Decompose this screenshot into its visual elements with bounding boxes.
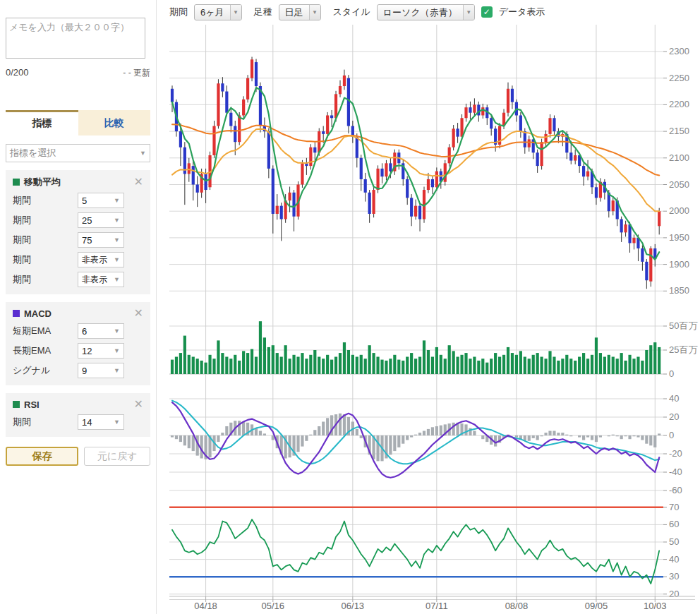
- caret-down-icon: ▼: [114, 419, 120, 426]
- param-label: 期間: [13, 253, 78, 266]
- data-display-checkbox[interactable]: ✓: [481, 6, 493, 18]
- section-moving-average: 移動平均 ✕ 期間 5▼ 期間 25▼ 期間 75▼ 期間 非表示▼ 期間 非表…: [6, 170, 150, 294]
- section-rsi: RSI ✕ 期間 14▼: [6, 393, 150, 437]
- checkbox-check-icon: ✓: [483, 7, 490, 17]
- svg-text:40: 40: [669, 393, 679, 404]
- svg-text:05/16: 05/16: [262, 601, 285, 611]
- svg-text:2250: 2250: [669, 73, 689, 83]
- svg-text:2300: 2300: [669, 46, 689, 56]
- svg-text:20: 20: [669, 589, 679, 599]
- svg-text:20: 20: [669, 411, 679, 422]
- macd-signal-select[interactable]: 9▼: [78, 363, 124, 378]
- param-label: 期間: [13, 273, 78, 286]
- ma-period-1-select[interactable]: 5▼: [78, 193, 124, 208]
- legend-square-icon: [13, 401, 20, 408]
- param-label: 短期EMA: [13, 325, 78, 337]
- chart-toolbar: 期間 6ヶ月 ▾ 足種 日足 ▾ スタイル ローソク（赤青） ▾ ✓ データ表示: [168, 0, 548, 23]
- svg-text:04/18: 04/18: [194, 601, 217, 611]
- sidebar: 0/200 - - 更新 指標 比較 指標を選択 ▼ 移動平均 ✕ 期間 5▼ …: [0, 0, 157, 614]
- close-icon[interactable]: ✕: [134, 399, 143, 410]
- svg-text:1950: 1950: [669, 232, 689, 243]
- indicator-select[interactable]: 指標を選択 ▼: [6, 144, 150, 162]
- svg-text:0: 0: [669, 368, 674, 379]
- svg-text:2000: 2000: [669, 205, 689, 216]
- legend-square-icon: [13, 310, 20, 317]
- macd-long-ema-select[interactable]: 12▼: [78, 343, 124, 359]
- close-icon[interactable]: ✕: [134, 308, 143, 319]
- rsi-period-select[interactable]: 14▼: [78, 414, 124, 430]
- svg-text:09/05: 09/05: [585, 601, 608, 611]
- style-dropdown[interactable]: ローソク（赤青） ▾: [377, 4, 475, 20]
- indicator-select-placeholder: 指標を選択: [10, 147, 56, 159]
- period-label: 期間: [169, 6, 188, 18]
- svg-text:25百万: 25百万: [669, 344, 697, 355]
- caret-down-icon: ▼: [114, 256, 120, 263]
- close-icon[interactable]: ✕: [134, 176, 143, 188]
- caret-down-icon[interactable]: ▾: [309, 5, 320, 20]
- ma-period-3-select[interactable]: 75▼: [78, 232, 124, 248]
- caret-down-icon: ▼: [140, 150, 146, 157]
- macd-short-ema-select[interactable]: 6▼: [78, 323, 124, 339]
- svg-text:50: 50: [669, 536, 679, 547]
- tab-compare[interactable]: 比較: [78, 110, 151, 136]
- bartype-value: 日足: [279, 5, 309, 20]
- caret-down-icon: ▼: [114, 276, 120, 283]
- svg-text:0: 0: [669, 430, 674, 440]
- caret-down-icon: ▼: [114, 347, 120, 354]
- style-value: ローソク（赤青）: [378, 5, 463, 20]
- svg-text:30: 30: [669, 571, 679, 582]
- svg-text:-20: -20: [669, 448, 682, 459]
- section-macd: MACD ✕ 短期EMA 6▼ 長期EMA 12▼ シグナル 9▼: [6, 302, 150, 385]
- svg-text:2050: 2050: [669, 179, 689, 190]
- ma-period-2-select[interactable]: 25▼: [78, 212, 124, 228]
- memo-box: [6, 18, 150, 61]
- ma-period-5-select[interactable]: 非表示▼: [78, 272, 124, 287]
- svg-text:08/08: 08/08: [505, 601, 529, 611]
- caret-down-icon: ▼: [114, 367, 120, 374]
- data-display-label: データ表示: [499, 6, 545, 18]
- section-title: 移動平均: [24, 176, 61, 188]
- reset-button[interactable]: 元に戻す: [84, 447, 150, 466]
- period-dropdown[interactable]: 6ヶ月 ▾: [194, 4, 242, 20]
- svg-text:06/13: 06/13: [342, 601, 365, 611]
- svg-text:-60: -60: [669, 485, 682, 495]
- svg-text:2100: 2100: [669, 152, 689, 163]
- param-label: 期間: [13, 416, 78, 428]
- svg-text:10/03: 10/03: [644, 601, 667, 611]
- bartype-dropdown[interactable]: 日足 ▾: [279, 4, 321, 20]
- param-label: 期間: [13, 234, 78, 246]
- caret-down-icon: ▼: [114, 197, 120, 204]
- caret-down-icon[interactable]: ▾: [463, 5, 474, 20]
- memo-input[interactable]: [6, 18, 145, 59]
- svg-text:07/11: 07/11: [426, 601, 448, 611]
- caret-down-icon[interactable]: ▾: [230, 5, 241, 20]
- bartype-label: 足種: [254, 6, 272, 18]
- param-label: 長期EMA: [13, 344, 78, 357]
- svg-text:50百万: 50百万: [669, 320, 697, 331]
- caret-down-icon: ▼: [114, 327, 120, 335]
- svg-text:60: 60: [669, 519, 679, 529]
- svg-text:40: 40: [669, 554, 679, 565]
- tab-indicators[interactable]: 指標: [6, 110, 78, 136]
- svg-text:70: 70: [669, 502, 679, 512]
- param-label: 期間: [13, 214, 78, 227]
- ma-period-4-select[interactable]: 非表示▼: [78, 252, 124, 267]
- svg-text:2200: 2200: [669, 99, 689, 109]
- memo-counter: 0/200: [6, 67, 29, 79]
- legend-square-icon: [13, 179, 20, 186]
- svg-text:1900: 1900: [669, 259, 689, 270]
- param-label: 期間: [13, 194, 78, 207]
- period-value: 6ヶ月: [195, 5, 230, 20]
- section-title: MACD: [24, 308, 52, 319]
- svg-text:2150: 2150: [669, 126, 689, 136]
- svg-text:-40: -40: [669, 466, 682, 477]
- section-title: RSI: [24, 399, 40, 410]
- svg-text:1850: 1850: [669, 285, 689, 296]
- sidebar-tabs: 指標 比較: [6, 110, 150, 136]
- style-label: スタイル: [333, 6, 370, 18]
- caret-down-icon: ▼: [114, 217, 120, 224]
- save-button[interactable]: 保存: [6, 447, 78, 466]
- caret-down-icon: ▼: [114, 236, 120, 243]
- param-label: シグナル: [13, 364, 78, 377]
- memo-update-label: - - 更新: [123, 67, 150, 79]
